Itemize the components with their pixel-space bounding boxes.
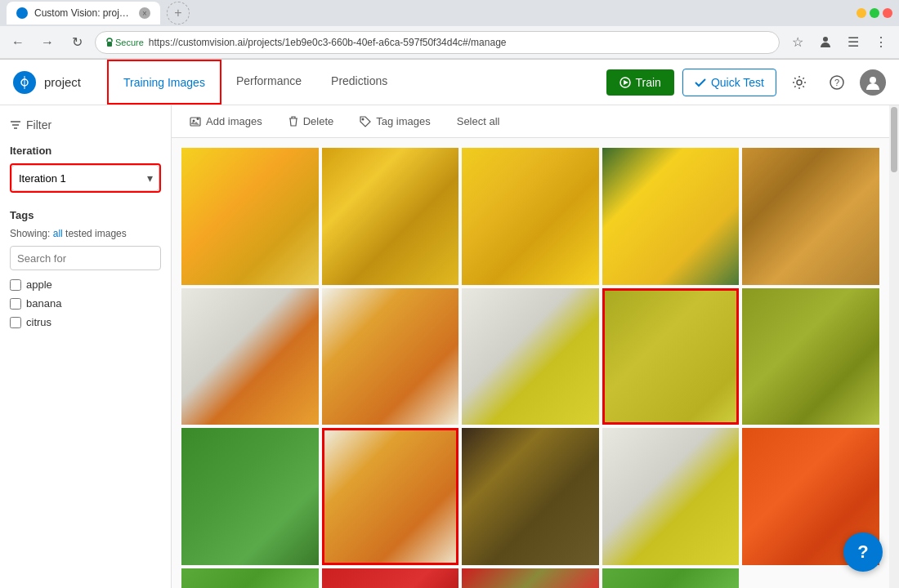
train-button[interactable]: Train: [606, 69, 674, 96]
secure-indicator: Secure: [105, 38, 144, 47]
svg-marker-6: [624, 80, 628, 85]
sidebar: Filter Iteration Iteration 1 Iteration 2…: [0, 105, 172, 588]
image-cell-19[interactable]: [602, 568, 740, 588]
select-all-button[interactable]: Select all: [452, 112, 505, 131]
help-button[interactable]: ?: [822, 68, 852, 97]
app-title: project: [44, 75, 81, 89]
url-text: https://customvision.ai/projects/1eb9e0c…: [149, 37, 507, 48]
tag-apple-checkbox[interactable]: [10, 279, 21, 291]
browser-toolbar: ← → ↻ Secure https://customvision.ai/pro…: [0, 26, 899, 59]
minimize-btn[interactable]: [857, 8, 866, 18]
image-cell-8[interactable]: [462, 288, 599, 425]
header-actions: Train Quick Test ?: [606, 68, 887, 97]
more-btn[interactable]: ⋮: [870, 31, 892, 54]
profile-btn[interactable]: [814, 31, 837, 54]
tag-item-citrus: citrus: [10, 316, 161, 328]
tags-section: Tags Showing: all tested images apple ba…: [10, 209, 161, 328]
tag-search-input[interactable]: [10, 246, 161, 270]
image-grid: [181, 148, 879, 588]
browser-toolbar-right: ☆ ☰ ⋮: [786, 31, 892, 54]
image-cell-7[interactable]: [322, 288, 459, 425]
maximize-btn[interactable]: [870, 8, 879, 18]
avatar[interactable]: [860, 69, 886, 96]
svg-point-1: [823, 37, 828, 42]
train-icon: [619, 77, 631, 88]
content-toolbar: Add images Delete Tag images Select all: [172, 105, 889, 138]
filter-row[interactable]: Filter: [10, 118, 161, 131]
image-cell-2[interactable]: [322, 148, 459, 285]
image-cell-14[interactable]: [602, 428, 740, 565]
svg-point-18: [362, 118, 365, 120]
tag-item-apple: apple: [10, 278, 161, 291]
delete-button[interactable]: Delete: [284, 112, 339, 131]
image-cell-10[interactable]: [742, 288, 879, 425]
nav-tabs: Training Images Performance Predictions: [107, 60, 402, 105]
refresh-btn[interactable]: ↻: [65, 31, 88, 54]
tab-close-btn[interactable]: ×: [139, 7, 150, 19]
new-tab-btn[interactable]: +: [167, 2, 190, 24]
tab-training-images[interactable]: Training Images: [107, 60, 221, 105]
browser-titlebar: Custom Vision: project - × +: [0, 0, 899, 26]
image-cell-1[interactable]: [181, 148, 319, 285]
image-cell-18[interactable]: [462, 568, 599, 588]
iteration-select[interactable]: Iteration 1 Iteration 2: [11, 165, 159, 191]
tags-title: Tags: [10, 209, 161, 221]
browser-chrome: Custom Vision: project - × + ← → ↻ Secur…: [0, 0, 899, 60]
tag-images-button[interactable]: Tag images: [355, 112, 435, 131]
settings-button[interactable]: [785, 68, 814, 97]
image-cell-13[interactable]: [462, 428, 599, 565]
quicktest-icon: [695, 77, 706, 88]
browser-tab[interactable]: Custom Vision: project - ×: [7, 2, 160, 24]
image-cell-16[interactable]: [181, 568, 319, 588]
content-area: Add images Delete Tag images Select all: [172, 105, 889, 588]
tag-item-banana: banana: [10, 297, 161, 310]
tab-title: Custom Vision: project -: [34, 7, 132, 19]
svg-rect-0: [107, 42, 112, 47]
filter-icon: [10, 119, 21, 131]
image-grid-wrapper: [172, 138, 889, 588]
svg-point-7: [797, 80, 802, 85]
add-icon: [190, 116, 201, 127]
iteration-wrapper: Iteration 1 Iteration 2: [10, 163, 161, 193]
help-fab-button[interactable]: ?: [843, 532, 883, 572]
tag-apple-label: apple: [26, 278, 52, 291]
tag-banana-label: banana: [26, 297, 61, 310]
image-cell-12[interactable]: [322, 428, 459, 565]
forward-btn[interactable]: →: [36, 31, 59, 54]
image-cell-17[interactable]: [322, 568, 459, 588]
tab-favicon: [16, 7, 28, 19]
window-controls: [857, 8, 892, 18]
back-btn[interactable]: ←: [7, 31, 29, 54]
app-logo: [13, 71, 36, 94]
bookmark-btn[interactable]: ☆: [786, 31, 809, 54]
close-btn[interactable]: [883, 8, 892, 18]
svg-point-10: [870, 77, 876, 83]
add-images-button[interactable]: Add images: [185, 112, 267, 131]
gear-icon: [792, 75, 807, 90]
address-bar[interactable]: Secure https://customvision.ai/projects/…: [95, 31, 780, 54]
svg-text:?: ?: [834, 78, 839, 87]
help-icon: ?: [830, 75, 844, 90]
image-cell-3[interactable]: [462, 148, 599, 285]
tab-performance[interactable]: Performance: [221, 60, 316, 105]
tag-citrus-checkbox[interactable]: [10, 317, 21, 328]
tab-predictions[interactable]: Predictions: [316, 60, 402, 105]
app-header: project Training Images Performance Pred…: [0, 60, 899, 105]
tags-all-link[interactable]: all: [53, 228, 63, 239]
image-cell-11[interactable]: [181, 428, 319, 565]
tag-banana-checkbox[interactable]: [10, 298, 21, 310]
image-cell-4[interactable]: [602, 148, 740, 285]
image-cell-6[interactable]: [181, 288, 319, 425]
extensions-btn[interactable]: ☰: [842, 31, 865, 54]
tag-citrus-label: citrus: [26, 316, 51, 328]
iteration-title: Iteration: [10, 145, 161, 157]
scrollbar-track[interactable]: [889, 105, 899, 588]
scrollbar-thumb[interactable]: [891, 107, 897, 172]
tag-icon: [360, 116, 371, 127]
quick-test-button[interactable]: Quick Test: [682, 69, 776, 96]
image-cell-9[interactable]: [602, 288, 740, 425]
image-cell-5[interactable]: [742, 148, 879, 285]
delete-icon: [288, 116, 298, 127]
main-layout: Filter Iteration Iteration 1 Iteration 2…: [0, 105, 899, 588]
tags-showing: Showing: all tested images: [10, 228, 161, 239]
